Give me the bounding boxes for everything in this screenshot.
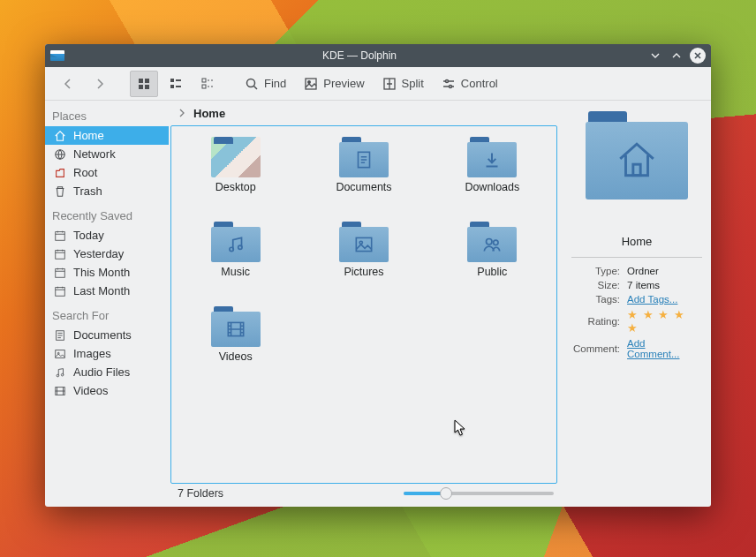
search-header: Search For — [45, 305, 169, 326]
sidebar-item-label: Documents — [73, 328, 132, 342]
svg-point-14 — [445, 79, 448, 82]
compact-view-button[interactable] — [162, 71, 190, 97]
info-tags-label: Tags: — [573, 293, 625, 305]
svg-point-29 — [238, 245, 241, 249]
sidebar-item-today[interactable]: Today — [45, 226, 169, 245]
info-comment-label: Comment: — [573, 337, 625, 360]
add-comment-link[interactable]: Add Comment... — [627, 338, 679, 359]
svg-rect-5 — [176, 79, 181, 81]
folder-videos[interactable]: Videos — [171, 306, 299, 391]
svg-rect-4 — [170, 79, 174, 82]
folder-documents[interactable]: Documents — [299, 137, 427, 222]
svg-point-12 — [308, 80, 311, 83]
sidebar-item-label: Audio Files — [73, 365, 130, 379]
sidebar-item-images[interactable]: Images — [45, 344, 169, 363]
statusbar: 7 Folders — [169, 484, 563, 507]
forward-button[interactable] — [86, 71, 114, 97]
find-label: Find — [264, 77, 286, 90]
svg-rect-1 — [145, 79, 149, 83]
desktop-icon — [211, 137, 261, 177]
info-type-label: Type: — [573, 265, 625, 277]
sidebar-item-label: Network — [73, 147, 116, 161]
folder-icon — [211, 222, 261, 262]
control-button[interactable]: Control — [435, 71, 505, 97]
preview-button[interactable]: Preview — [297, 71, 371, 97]
window-title: KDE — Dolphin — [72, 49, 647, 62]
toolbar: Find Preview Split Control — [45, 67, 711, 101]
folder-icon — [467, 222, 517, 262]
recent-header: Recently Saved — [45, 206, 169, 226]
sidebar-item-videos[interactable]: Videos — [45, 381, 169, 400]
file-grid[interactable]: Desktop Documents Downloads Music Pictur… — [170, 125, 557, 484]
sidebar-item-last-month[interactable]: Last Month — [45, 282, 169, 300]
svg-rect-0 — [139, 79, 143, 83]
svg-point-24 — [57, 374, 59, 377]
chevron-right-icon — [178, 109, 186, 117]
maximize-button[interactable] — [669, 48, 684, 64]
file-label: Videos — [219, 350, 253, 363]
back-button[interactable] — [54, 71, 82, 97]
folder-downloads[interactable]: Downloads — [428, 137, 556, 222]
sidebar-item-yesterday[interactable]: Yesterday — [45, 245, 169, 263]
svg-point-32 — [487, 239, 493, 245]
dolphin-window: KDE — Dolphin Find Preview Split Control… — [45, 44, 711, 507]
svg-point-25 — [61, 373, 64, 376]
icon-view-button[interactable] — [130, 71, 158, 97]
sidebar-item-documents[interactable]: Documents — [45, 326, 169, 344]
sidebar-item-trash[interactable]: Trash — [45, 182, 169, 200]
info-name: Home — [622, 235, 653, 248]
sidebar-item-home[interactable]: Home — [45, 126, 169, 145]
sidebar-item-label: This Month — [73, 266, 130, 279]
app-icon — [50, 50, 64, 61]
sidebar-item-label: Home — [73, 129, 104, 142]
split-button[interactable]: Split — [375, 71, 431, 97]
sidebar-item-label: Videos — [73, 384, 109, 397]
file-label: Music — [221, 266, 250, 278]
svg-rect-9 — [202, 85, 206, 88]
titlebar[interactable]: KDE — Dolphin — [45, 44, 711, 67]
close-button[interactable] — [690, 48, 706, 64]
sidebar-item-network[interactable]: Network — [45, 145, 169, 163]
folder-public[interactable]: Public — [428, 222, 556, 306]
sidebar-item-label: Today — [73, 229, 104, 242]
svg-point-33 — [494, 240, 498, 245]
sidebar-item-label: Trash — [73, 184, 102, 198]
svg-rect-19 — [56, 268, 65, 277]
folder-icon — [211, 306, 261, 347]
folder-icon — [467, 137, 517, 177]
file-label: Downloads — [465, 181, 519, 193]
add-tags-link[interactable]: Add Tags... — [627, 294, 677, 305]
split-label: Split — [402, 77, 424, 90]
minimize-button[interactable] — [647, 48, 663, 64]
rating-stars[interactable]: ★ ★ ★ ★ ★ — [627, 308, 685, 335]
info-size-label: Size: — [573, 279, 625, 291]
svg-rect-7 — [176, 86, 181, 87]
places-header: Places — [45, 106, 169, 126]
sidebar: Places Home Network Root Trash Recently … — [45, 101, 169, 507]
folder-music[interactable]: Music — [171, 222, 299, 306]
svg-point-10 — [247, 79, 255, 87]
svg-rect-6 — [170, 85, 174, 88]
find-button[interactable]: Find — [238, 71, 293, 97]
sidebar-item-root[interactable]: Root — [45, 163, 169, 182]
breadcrumb[interactable]: Home — [169, 102, 563, 124]
details-view-button[interactable] — [193, 71, 222, 97]
svg-rect-3 — [145, 85, 149, 89]
control-label: Control — [461, 77, 498, 90]
folder-desktop[interactable]: Desktop — [171, 137, 299, 222]
folder-icon — [339, 222, 389, 262]
info-folder-icon — [586, 111, 688, 199]
sidebar-item-this-month[interactable]: This Month — [45, 263, 169, 282]
status-text: 7 Folders — [178, 487, 223, 500]
info-rating-label: Rating: — [573, 307, 625, 335]
svg-point-28 — [230, 247, 233, 251]
info-size-value: 7 items — [627, 279, 700, 291]
zoom-slider[interactable] — [404, 492, 554, 495]
svg-rect-22 — [56, 350, 65, 358]
svg-rect-17 — [56, 231, 65, 240]
folder-pictures[interactable]: Pictures — [299, 222, 427, 306]
svg-point-15 — [449, 85, 451, 87]
svg-rect-30 — [356, 237, 371, 251]
sidebar-item-audio[interactable]: Audio Files — [45, 363, 169, 381]
info-panel: Home Type:Ordner Size:7 items Tags:Add T… — [563, 101, 711, 507]
